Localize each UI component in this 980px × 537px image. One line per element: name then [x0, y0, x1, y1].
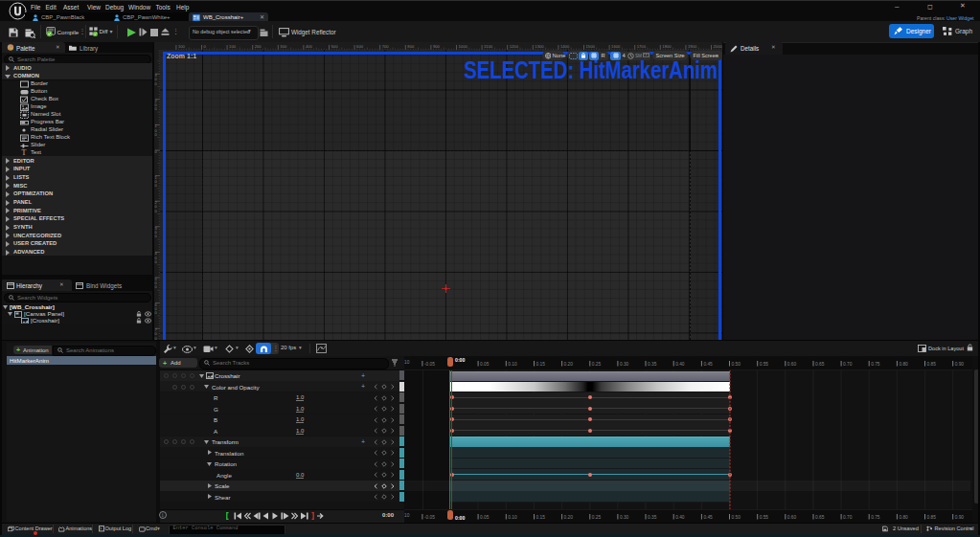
- svg-text:300: 300: [280, 44, 287, 49]
- svg-text:0.05: 0.05: [480, 514, 490, 519]
- svg-text:1500: 1500: [586, 44, 596, 49]
- svg-text:0.65: 0.65: [815, 514, 825, 519]
- svg-text:0.50: 0.50: [732, 362, 741, 367]
- svg-text:200: 200: [255, 44, 262, 49]
- svg-text:0.25: 0.25: [592, 514, 602, 519]
- svg-text:-0.05: -0.05: [424, 514, 435, 519]
- svg-text:0.90: 0.90: [955, 362, 965, 367]
- svg-text:0: 0: [155, 132, 158, 137]
- svg-text:0.65: 0.65: [815, 362, 825, 367]
- svg-text:0.30: 0.30: [620, 514, 629, 519]
- svg-text:0.40: 0.40: [675, 362, 685, 367]
- svg-text:1800: 1800: [662, 44, 672, 49]
- svg-text:1200: 1200: [510, 44, 519, 49]
- svg-text:0.90: 0.90: [955, 514, 965, 519]
- svg-text:0.40: 0.40: [675, 514, 685, 519]
- svg-text:1000: 1000: [459, 44, 468, 49]
- svg-text:0.35: 0.35: [648, 514, 657, 519]
- svg-text:600: 600: [356, 44, 364, 49]
- svg-text:0.15: 0.15: [536, 362, 546, 367]
- svg-text:0.75: 0.75: [871, 514, 880, 519]
- svg-text:0.20: 0.20: [564, 362, 574, 367]
- svg-text:0.70: 0.70: [843, 514, 853, 519]
- svg-text:0.75: 0.75: [871, 362, 880, 367]
- svg-text:0: 0: [155, 234, 158, 238]
- svg-text:0: 0: [155, 106, 158, 111]
- svg-text:0: 0: [155, 209, 158, 213]
- svg-text:0.30: 0.30: [620, 362, 629, 367]
- svg-text:0.05: 0.05: [480, 362, 490, 367]
- svg-text:0: 0: [155, 81, 158, 86]
- svg-text:0.80: 0.80: [899, 514, 908, 519]
- svg-text:-0.05: -0.05: [424, 362, 435, 367]
- svg-text:0: 0: [204, 44, 207, 49]
- svg-text:0.85: 0.85: [927, 362, 937, 367]
- svg-text:0: 0: [155, 310, 158, 315]
- svg-text:0.10: 0.10: [508, 514, 517, 519]
- svg-text:0.60: 0.60: [787, 514, 797, 519]
- svg-text:0.60: 0.60: [787, 362, 797, 367]
- svg-text:0: 0: [155, 259, 158, 264]
- svg-text:0.80: 0.80: [899, 362, 908, 367]
- svg-text:1900: 1900: [688, 44, 697, 49]
- svg-text:1100: 1100: [484, 44, 493, 49]
- svg-text:0.45: 0.45: [703, 514, 713, 519]
- svg-text:0.10: 0.10: [508, 362, 517, 367]
- svg-text:100: 100: [229, 44, 237, 49]
- svg-text:500: 500: [331, 44, 339, 49]
- svg-text:0.35: 0.35: [648, 362, 657, 367]
- svg-text:0.45: 0.45: [703, 362, 713, 367]
- svg-text:400: 400: [306, 44, 313, 49]
- svg-text:0.70: 0.70: [843, 362, 853, 367]
- svg-text:0.25: 0.25: [592, 362, 602, 367]
- svg-text:1600: 1600: [611, 44, 621, 49]
- svg-text:0: 0: [155, 284, 158, 289]
- svg-text:800: 800: [407, 44, 415, 49]
- svg-text:0.85: 0.85: [927, 514, 937, 519]
- svg-text:i: i: [162, 512, 164, 518]
- svg-text:0: 0: [155, 183, 158, 188]
- svg-text:700: 700: [382, 44, 390, 49]
- svg-text:100: 100: [178, 44, 186, 49]
- svg-text:1300: 1300: [535, 44, 544, 49]
- svg-text:0.55: 0.55: [760, 362, 769, 367]
- svg-text:0.55: 0.55: [760, 514, 769, 519]
- svg-text:1700: 1700: [637, 44, 647, 49]
- svg-text:0.15: 0.15: [536, 514, 546, 519]
- svg-text:0.50: 0.50: [732, 514, 741, 519]
- svg-text:900: 900: [433, 44, 441, 49]
- svg-text:1400: 1400: [560, 44, 570, 49]
- svg-text:0.20: 0.20: [564, 514, 574, 519]
